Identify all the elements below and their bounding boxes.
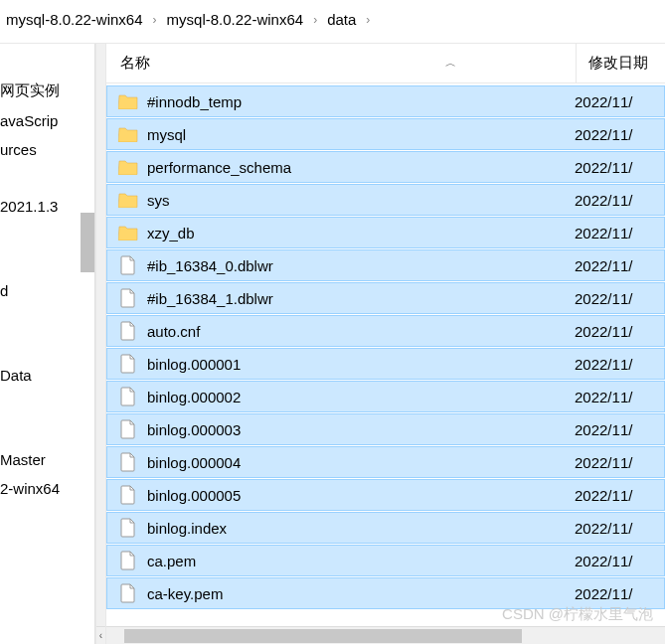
file-row[interactable]: #ib_16384_1.dblwr2022/11/	[106, 282, 665, 314]
file-icon	[117, 320, 139, 342]
file-row[interactable]: binlog.0000042022/11/	[106, 446, 665, 478]
breadcrumb-item[interactable]: data	[325, 11, 358, 28]
folder-row[interactable]: performance_schema2022/11/	[106, 151, 665, 183]
file-icon	[117, 418, 139, 440]
file-name: auto.cnf	[147, 323, 575, 340]
file-icon	[117, 484, 139, 506]
file-date: 2022/11/	[575, 93, 664, 110]
sidebar-item	[0, 333, 94, 361]
file-icon	[117, 287, 139, 309]
sidebar-item[interactable]: Master	[0, 445, 94, 474]
file-date: 2022/11/	[575, 126, 664, 143]
breadcrumb-item[interactable]: mysql-8.0.22-winx64	[4, 11, 145, 28]
scrollbar-thumb[interactable]	[81, 213, 94, 272]
breadcrumb[interactable]: mysql-8.0.22-winx64 › mysql-8.0.22-winx6…	[0, 0, 665, 44]
chevron-right-icon: ›	[311, 13, 319, 27]
file-row[interactable]: binlog.0000022022/11/	[106, 381, 665, 412]
file-date: 2022/11/	[575, 585, 664, 602]
file-name: binlog.000002	[147, 389, 575, 405]
file-name: #ib_16384_1.dblwr	[147, 290, 575, 307]
sidebar-item	[0, 305, 94, 333]
file-row[interactable]: binlog.0000032022/11/	[106, 413, 665, 445]
file-icon	[117, 517, 139, 539]
file-name: ca-key.pem	[147, 585, 575, 602]
chevron-right-icon: ›	[364, 13, 372, 27]
sidebar-item[interactable]: urces	[0, 135, 94, 164]
sidebar-item	[0, 417, 94, 445]
file-list: #innodb_temp2022/11/mysql2022/11/perform…	[106, 83, 665, 626]
column-header-row: 名称 ︿ 修改日期	[106, 44, 665, 83]
file-date: 2022/11/	[575, 454, 664, 471]
folder-icon	[117, 156, 139, 178]
file-date: 2022/11/	[575, 290, 664, 307]
file-name: #ib_16384_0.dblwr	[147, 257, 575, 274]
column-header-name[interactable]: 名称 ︿	[118, 54, 576, 73]
file-date: 2022/11/	[575, 257, 664, 274]
file-name: xzy_db	[147, 225, 575, 242]
file-row[interactable]: auto.cnf2022/11/	[106, 315, 665, 347]
sidebar-item	[0, 164, 94, 192]
file-name: mysql	[147, 126, 575, 143]
file-name: binlog.000003	[147, 421, 575, 438]
panel-divider[interactable]: ‹	[95, 44, 106, 644]
sidebar-item	[0, 390, 94, 417]
sidebar-item	[0, 48, 94, 76]
file-name: binlog.000005	[147, 487, 575, 504]
file-name: performance_schema	[147, 159, 575, 176]
folder-icon	[117, 90, 139, 112]
file-icon	[117, 386, 139, 407]
column-date-label: 修改日期	[588, 54, 648, 73]
file-date: 2022/11/	[575, 520, 664, 537]
sort-ascending-icon: ︿	[445, 56, 456, 71]
file-date: 2022/11/	[575, 356, 664, 373]
scrollbar-thumb[interactable]	[124, 629, 522, 643]
folder-row[interactable]: #innodb_temp2022/11/	[106, 85, 665, 117]
navigation-sidebar[interactable]: 网页实例avaScripurces 2021.1.3dDataMaster2-w…	[0, 44, 95, 644]
file-date: 2022/11/	[575, 192, 664, 209]
file-name: binlog.000004	[147, 454, 575, 471]
chevron-right-icon: ›	[151, 13, 159, 27]
sidebar-item[interactable]: 网页实例	[0, 76, 94, 106]
file-icon	[117, 582, 139, 604]
file-date: 2022/11/	[575, 225, 664, 242]
file-name: binlog.index	[147, 520, 575, 537]
file-name: sys	[147, 192, 575, 209]
column-name-label: 名称	[118, 54, 150, 73]
file-date: 2022/11/	[575, 389, 664, 405]
file-row[interactable]: binlog.0000012022/11/	[106, 348, 665, 380]
folder-row[interactable]: mysql2022/11/	[106, 118, 665, 150]
sidebar-item[interactable]: 2-winx64	[0, 474, 94, 503]
file-row[interactable]: #ib_16384_0.dblwr2022/11/	[106, 249, 665, 281]
horizontal-scrollbar[interactable]	[106, 626, 665, 644]
folder-icon	[117, 123, 139, 145]
column-header-date[interactable]: 修改日期	[576, 44, 665, 82]
file-row[interactable]: binlog.index2022/11/	[106, 512, 665, 544]
folder-row[interactable]: xzy_db2022/11/	[106, 217, 665, 248]
file-icon	[117, 550, 139, 571]
file-name: binlog.000001	[147, 356, 575, 373]
scroll-left-button[interactable]: ‹	[96, 626, 105, 644]
file-date: 2022/11/	[575, 487, 664, 504]
file-name: #innodb_temp	[147, 93, 575, 110]
folder-icon	[117, 222, 139, 243]
file-icon	[117, 254, 139, 276]
sidebar-item[interactable]: Data	[0, 361, 94, 390]
folder-icon	[117, 189, 139, 211]
breadcrumb-item[interactable]: mysql-8.0.22-winx64	[165, 11, 306, 28]
sidebar-item[interactable]: avaScrip	[0, 106, 94, 135]
file-date: 2022/11/	[575, 159, 664, 176]
sidebar-item[interactable]: d	[0, 276, 94, 305]
file-row[interactable]: ca-key.pem2022/11/	[106, 577, 665, 609]
file-row[interactable]: ca.pem2022/11/	[106, 545, 665, 576]
file-date: 2022/11/	[575, 323, 664, 340]
folder-row[interactable]: sys2022/11/	[106, 184, 665, 216]
file-date: 2022/11/	[575, 421, 664, 438]
file-icon	[117, 451, 139, 473]
file-name: ca.pem	[147, 553, 575, 569]
file-list-panel: 名称 ︿ 修改日期 #innodb_temp2022/11/mysql2022/…	[106, 44, 665, 644]
file-row[interactable]: binlog.0000052022/11/	[106, 479, 665, 511]
file-icon	[117, 353, 139, 375]
file-date: 2022/11/	[575, 553, 664, 569]
